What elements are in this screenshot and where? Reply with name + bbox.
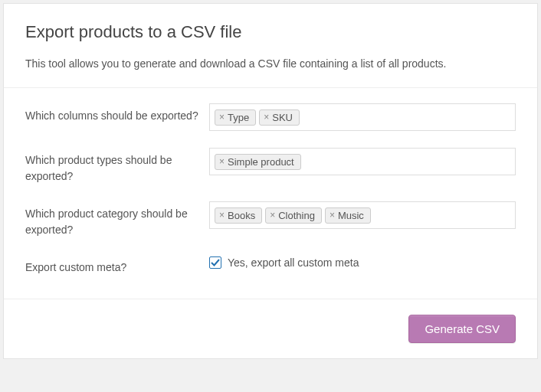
page-title: Export products to a CSV file — [25, 22, 516, 42]
panel-header: Export products to a CSV file This tool … — [4, 4, 537, 87]
column-tag: ×SKU — [259, 109, 300, 126]
column-tag-label: Type — [228, 112, 249, 123]
categories-row: Which product category should be exporte… — [25, 201, 516, 238]
remove-tag-icon[interactable]: × — [269, 211, 276, 220]
product-type-tag-label: Simple product — [228, 156, 294, 168]
category-tag-label: Music — [338, 210, 364, 221]
category-tag-label: Books — [228, 210, 255, 221]
category-tag: ×Clothing — [265, 207, 322, 224]
product-types-label: Which product types should be exported? — [25, 148, 209, 185]
remove-tag-icon[interactable]: × — [218, 113, 225, 122]
category-tag-label: Clothing — [278, 210, 315, 221]
column-tag-label: SKU — [272, 112, 293, 123]
check-icon — [211, 258, 220, 267]
column-tag: ×Type — [215, 109, 256, 126]
custom-meta-checkbox[interactable] — [209, 256, 221, 269]
export-panel: Export products to a CSV file This tool … — [3, 3, 538, 359]
custom-meta-checkbox-label: Yes, export all custom meta — [228, 256, 359, 269]
form-section: Which columns should be exported? ×Type×… — [4, 87, 537, 299]
columns-label: Which columns should be exported? — [25, 103, 209, 124]
columns-row: Which columns should be exported? ×Type×… — [25, 103, 516, 131]
remove-tag-icon[interactable]: × — [218, 157, 225, 166]
product-types-row: Which product types should be exported? … — [25, 148, 516, 185]
categories-input[interactable]: ×Books×Clothing×Music — [209, 201, 516, 229]
columns-input[interactable]: ×Type×SKU — [209, 103, 516, 131]
custom-meta-row: Export custom meta? Yes, export all cust… — [25, 255, 516, 276]
product-types-input[interactable]: ×Simple product — [209, 148, 516, 175]
remove-tag-icon[interactable]: × — [263, 113, 270, 122]
panel-footer: Generate CSV — [4, 299, 537, 358]
category-tag: ×Music — [325, 207, 371, 224]
generate-csv-button[interactable]: Generate CSV — [408, 315, 516, 343]
categories-label: Which product category should be exporte… — [25, 201, 209, 238]
product-type-tag: ×Simple product — [215, 154, 301, 170]
category-tag: ×Books — [215, 207, 262, 224]
remove-tag-icon[interactable]: × — [329, 211, 336, 220]
remove-tag-icon[interactable]: × — [218, 211, 225, 220]
custom-meta-label: Export custom meta? — [25, 255, 209, 276]
page-description: This tool allows you to generate and dow… — [25, 56, 516, 72]
